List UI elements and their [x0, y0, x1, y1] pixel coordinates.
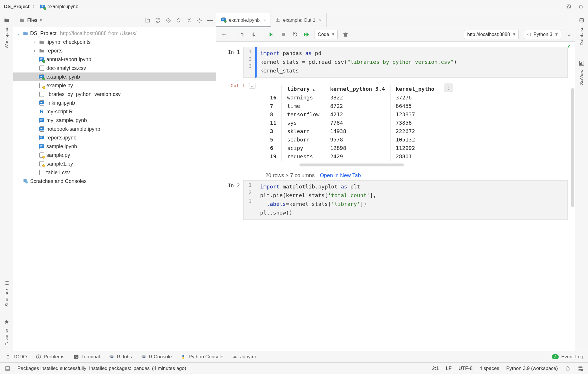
- sync-icon[interactable]: [155, 17, 161, 23]
- tool-window-jupyter[interactable]: Jupyter: [232, 354, 256, 360]
- tree-root-subtitle: http://localhost:8888 from /Users/: [60, 30, 136, 37]
- horizontal-scrollbar[interactable]: [300, 164, 404, 166]
- tree-folder[interactable]: ›.ipynb_checkpoints: [13, 38, 216, 46]
- tree-file[interactable]: doc-analytics.csv: [13, 64, 216, 72]
- breadcrumb[interactable]: DS_Project 〉 IP example.ipynb: [4, 3, 78, 10]
- cell-type-dropdown[interactable]: Code▾: [315, 30, 338, 39]
- restart-button[interactable]: [291, 31, 299, 38]
- tree-file[interactable]: IPexample.ipynb: [13, 72, 216, 81]
- tree-file[interactable]: IPannual-report.ipynb: [13, 55, 216, 64]
- close-icon[interactable]: ×: [319, 17, 322, 23]
- kernel-dropdown[interactable]: Python 3▾: [524, 30, 561, 39]
- table-row[interactable]: 5seaborn9578105132: [265, 135, 440, 144]
- table-row[interactable]: 11sys778473858: [265, 119, 440, 127]
- lock-icon[interactable]: [565, 366, 571, 371]
- chevron-right-icon[interactable]: ›: [32, 39, 37, 45]
- table-cell: 8722: [325, 102, 390, 110]
- editor-tab[interactable]: IPexample.ipynb×: [216, 13, 271, 27]
- collapse-all-icon[interactable]: [186, 17, 192, 23]
- code-cell[interactable]: In 1 123 import pandas as pdkernel_stats…: [221, 47, 568, 78]
- toolbar-overflow[interactable]: »: [568, 32, 571, 37]
- close-icon[interactable]: ×: [263, 17, 266, 23]
- chevron-right-icon[interactable]: ›: [32, 48, 37, 54]
- move-up-button[interactable]: [238, 31, 246, 38]
- table-row[interactable]: 7time872286455: [265, 102, 440, 110]
- interpreter[interactable]: Python 3.9 (workspace): [506, 366, 558, 371]
- tree-file[interactable]: IPlinking.ipynb: [13, 99, 216, 107]
- editor-scrollbar[interactable]: [571, 88, 574, 207]
- table-header[interactable]: kernel_python 3.4: [325, 85, 390, 93]
- tree-file[interactable]: IPsample.ipynb: [13, 142, 216, 151]
- file-encoding[interactable]: UTF-8: [459, 366, 472, 371]
- table-row[interactable]: 19requests242928801: [265, 152, 440, 161]
- tree-file[interactable]: sample1.py: [13, 159, 216, 168]
- gutter-favorites[interactable]: Favorites: [4, 319, 10, 346]
- edit-scratch-icon[interactable]: [566, 4, 572, 10]
- table-cell: 16: [265, 93, 282, 102]
- breadcrumb-file[interactable]: example.ipynb: [48, 4, 78, 9]
- tree-file[interactable]: IPreports.ipynb: [13, 133, 216, 142]
- tree-file[interactable]: table1.csv: [13, 168, 216, 177]
- ide-settings-icon[interactable]: [578, 366, 583, 371]
- tree-file[interactable]: sample.py: [13, 151, 216, 159]
- chevron-down-icon[interactable]: ⌄: [16, 30, 21, 37]
- tool-window-r-jobs[interactable]: RR Jobs: [109, 354, 132, 360]
- delete-cell-button[interactable]: [342, 31, 349, 38]
- gutter-sciview[interactable]: SciView: [579, 60, 585, 85]
- collapse-output-icon[interactable]: ⌄: [249, 83, 255, 89]
- tree-file[interactable]: example.py: [13, 81, 216, 90]
- target-icon[interactable]: [165, 17, 171, 23]
- scratches-node[interactable]: Scratches and Consoles: [13, 177, 216, 186]
- table-header[interactable]: [265, 85, 282, 93]
- coffee-icon[interactable]: [578, 4, 584, 10]
- hide-panel-icon[interactable]: —: [207, 17, 213, 23]
- code-editor[interactable]: import matplotlib.pyplot as pltplt.pie(k…: [257, 180, 568, 220]
- table-row[interactable]: 3sklearn14938222672: [265, 127, 440, 135]
- gutter-database[interactable]: Database: [579, 17, 585, 45]
- tool-window-python-console[interactable]: Python Console: [180, 354, 223, 360]
- run-all-button[interactable]: [303, 31, 311, 38]
- server-dropdown[interactable]: http://localhost:8888▾: [464, 30, 519, 39]
- run-cell-button[interactable]: [268, 31, 276, 38]
- new-file-icon[interactable]: [145, 17, 150, 23]
- caret-position[interactable]: 2:1: [432, 366, 439, 371]
- table-header[interactable]: library▲: [282, 85, 325, 93]
- svg-rect-28: [566, 368, 569, 370]
- table-row[interactable]: 16warnings382237276: [265, 93, 440, 102]
- tool-window-r-console[interactable]: RR Console: [141, 354, 172, 360]
- table-row[interactable]: 6scipy12898112992: [265, 144, 440, 152]
- event-log-button[interactable]: 2 Event Log: [552, 354, 583, 360]
- tool-window-terminal[interactable]: Terminal: [73, 354, 100, 360]
- stop-button[interactable]: [280, 31, 287, 38]
- gear-icon[interactable]: [197, 17, 202, 23]
- tree-file[interactable]: IPnotebook-sample.ipynb: [13, 125, 216, 133]
- tool-window-problems[interactable]: Problems: [36, 354, 65, 360]
- gutter-structure[interactable]: Structure: [4, 280, 10, 307]
- tool-window-todo[interactable]: TODO: [5, 354, 27, 360]
- files-view-selector[interactable]: Files ▾: [16, 17, 45, 24]
- tree-file[interactable]: IPmy_sample.ipynb: [13, 116, 216, 125]
- line-separator[interactable]: LF: [446, 366, 452, 371]
- tool-windows-icon[interactable]: [5, 366, 10, 371]
- add-cell-button[interactable]: ＋: [220, 31, 228, 38]
- tree-root[interactable]: ⌄ DS_Project http://localhost:8888 from …: [13, 29, 216, 38]
- code-cell[interactable]: In 2 123 import matplotlib.pyplot as plt…: [221, 180, 568, 220]
- tree-file[interactable]: Rmy-script.R: [13, 107, 216, 116]
- indent-setting[interactable]: 4 spaces: [479, 366, 499, 371]
- code-editor[interactable]: import pandas as pdkernel_stats = pd.rea…: [255, 47, 568, 78]
- notebook-body[interactable]: In 1 123 import pandas as pdkernel_stats…: [216, 42, 575, 351]
- move-down-button[interactable]: [250, 31, 258, 38]
- table-header[interactable]: kernel_pytho: [390, 85, 440, 93]
- open-new-tab-link[interactable]: Open in New Tab: [320, 172, 361, 178]
- tree-folder[interactable]: ›reports: [13, 46, 216, 55]
- dataframe-table[interactable]: library▲kernel_python 3.4kernel_pytho16w…: [265, 85, 440, 161]
- table-row[interactable]: 8tensorflow4212123837: [265, 110, 440, 119]
- editor-tab[interactable]: example: Out 1×: [271, 13, 327, 27]
- breadcrumb-project[interactable]: DS_Project: [4, 4, 30, 9]
- svg-rect-11: [276, 18, 280, 21]
- file-tree[interactable]: ⌄ DS_Project http://localhost:8888 from …: [13, 27, 216, 351]
- gutter-workspace[interactable]: Workspace: [4, 17, 10, 48]
- output-menu-icon[interactable]: ⋮: [444, 83, 453, 92]
- tree-file[interactable]: libraries_by_python_version.csv: [13, 90, 216, 99]
- expand-all-icon[interactable]: [176, 17, 182, 23]
